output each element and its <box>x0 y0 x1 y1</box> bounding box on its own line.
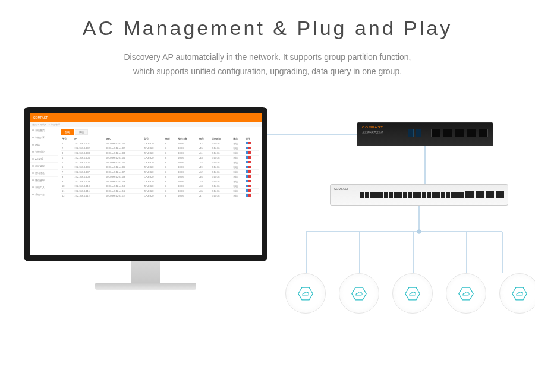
table-row[interactable]: 8192.168.0.10800:0e:e8:12:a1:08CF-E32061… <box>61 175 259 179</box>
sidebar-item[interactable]: 认证管理 <box>30 163 58 170</box>
delete-icon[interactable] <box>248 170 251 173</box>
delete-icon[interactable] <box>248 166 251 168</box>
edit-icon[interactable] <box>246 166 248 168</box>
svg-marker-11 <box>352 287 366 300</box>
sidebar-item[interactable]: 网络 <box>30 141 58 148</box>
sidebar-item-label: 系统日志 <box>35 193 45 196</box>
uplink-port-icon <box>476 191 484 198</box>
delete-icon[interactable] <box>248 161 251 163</box>
edit-icon[interactable] <box>246 142 248 144</box>
ethernet-port-icon <box>460 192 464 198</box>
edit-icon[interactable] <box>246 194 248 197</box>
table-row[interactable]: 3192.168.0.10300:0e:e8:12:a1:03CF-E32061… <box>61 151 259 156</box>
sidebar-item[interactable]: 营销推送 <box>30 170 58 177</box>
table-row[interactable]: 11192.168.0.11100:0e:e8:12:a1:11CF-E3206… <box>61 189 259 194</box>
ethernet-port-icon <box>446 192 450 198</box>
bullet-icon <box>32 194 34 195</box>
table-row[interactable]: 12192.168.0.11200:0e:e8:12:a1:12CF-E3206… <box>61 194 259 198</box>
tab[interactable]: 在线 <box>61 129 74 135</box>
sidebar-item-label: 系统工具 <box>35 186 45 189</box>
table-row[interactable]: 2192.168.0.10200:0e:e8:12:a1:02CF-E32061… <box>61 146 259 151</box>
bullet-icon <box>32 144 34 146</box>
table-row[interactable]: 10192.168.0.11000:0e:e8:12:a1:10CF-E3206… <box>61 184 259 189</box>
delete-icon[interactable] <box>248 151 251 154</box>
app-brand: COMFAST <box>33 116 48 119</box>
delete-icon[interactable] <box>248 194 251 197</box>
edit-icon[interactable] <box>246 170 248 173</box>
delete-icon[interactable] <box>248 156 251 159</box>
svg-marker-14 <box>512 287 527 300</box>
bullet-icon <box>32 151 34 153</box>
monitor-stand-base <box>95 283 196 290</box>
table-row[interactable]: 1192.168.0.10100:0e:e8:12:a1:01CF-E32061… <box>61 141 259 146</box>
switch-brand: COMFAST <box>334 187 348 191</box>
delete-icon[interactable] <box>248 189 251 192</box>
cloud-icon <box>458 287 474 301</box>
bullet-icon <box>32 165 34 167</box>
edit-icon[interactable] <box>246 161 248 163</box>
sidebar-item[interactable]: AC管理 <box>30 156 58 163</box>
access-point <box>446 273 486 314</box>
delete-icon[interactable] <box>248 175 251 178</box>
ethernet-port-icon <box>455 192 460 198</box>
column-header: 信道 <box>164 137 177 141</box>
ethernet-port-icon <box>360 192 364 198</box>
sidebar-item-label: 系统首页 <box>35 129 45 132</box>
table-row[interactable]: 6192.168.0.10600:0e:e8:12:a1:06CF-E32061… <box>61 165 259 170</box>
table-row[interactable]: 7192.168.0.10700:0e:e8:12:a1:07CF-E32061… <box>61 170 259 175</box>
ethernet-port-icon <box>403 192 407 198</box>
column-header: 状态 <box>232 137 244 141</box>
sidebar-item[interactable]: 系统日志 <box>30 191 58 198</box>
sidebar: 系统首页智能设置网络智能流控AC管理认证管理营销推送微信管理系统工具系统日志 <box>30 127 58 255</box>
page-subtitle: Discovery AP automatcially in the networ… <box>0 50 535 79</box>
router-label: 企业级以太网交换机 <box>362 131 383 134</box>
edit-icon[interactable] <box>246 156 248 159</box>
bullet-icon <box>32 186 34 188</box>
delete-icon[interactable] <box>248 142 251 144</box>
access-point <box>499 273 535 314</box>
monitor-screen: COMFAST 首页 > 无线AC > 分组管理 系统首页智能设置网络智能流控A… <box>30 113 262 255</box>
edit-icon[interactable] <box>246 185 248 187</box>
column-header: MAC <box>105 137 143 141</box>
switch-uplink-ports <box>465 191 504 198</box>
router-port-icon <box>408 129 414 137</box>
sidebar-item[interactable]: 智能设置 <box>30 134 58 141</box>
table-row[interactable]: 9192.168.0.10900:0e:e8:12:a1:09CF-E32061… <box>61 179 259 184</box>
edit-icon[interactable] <box>246 189 248 192</box>
table-row[interactable]: 5192.168.0.10500:0e:e8:12:a1:05CF-E32061… <box>61 160 259 165</box>
ap-table: 序号IPMAC型号信道发射功率信号运行时间状态操作1192.168.0.1010… <box>61 137 259 198</box>
sidebar-item-label: 营销推送 <box>35 172 45 175</box>
switch-device: COMFAST <box>330 184 508 206</box>
monitor-bezel: COMFAST 首页 > 无线AC > 分组管理 系统首页智能设置网络智能流控A… <box>24 107 268 261</box>
sidebar-item[interactable]: 微信管理 <box>30 177 58 184</box>
delete-icon[interactable] <box>248 147 251 149</box>
access-point <box>392 273 433 314</box>
svg-marker-13 <box>459 287 473 300</box>
edit-icon[interactable] <box>246 147 248 149</box>
ethernet-port-icon <box>441 192 445 198</box>
edit-icon[interactable] <box>246 180 248 182</box>
edit-icon[interactable] <box>246 175 248 178</box>
table-row[interactable]: 4192.168.0.10400:0e:e8:12:a1:04CF-E32061… <box>61 156 259 160</box>
ethernet-port-icon <box>436 192 440 198</box>
sidebar-item[interactable]: 系统工具 <box>30 184 58 191</box>
uplink-port-icon <box>496 191 504 198</box>
sidebar-item[interactable]: 系统首页 <box>30 127 58 134</box>
sidebar-item-label: AC管理 <box>35 157 43 160</box>
delete-icon[interactable] <box>248 185 251 187</box>
bullet-icon <box>32 179 34 181</box>
sidebar-item-label: 认证管理 <box>35 165 45 167</box>
sidebar-item[interactable]: 智能流控 <box>30 148 58 156</box>
ethernet-port-icon <box>467 129 476 137</box>
ethernet-port-icon <box>379 192 383 198</box>
delete-icon[interactable] <box>248 180 251 182</box>
bullet-icon <box>32 137 34 138</box>
ethernet-port-icon <box>427 192 431 198</box>
page-title: AC Management & Plug and Play <box>0 17 535 40</box>
edit-icon[interactable] <box>246 151 248 154</box>
tab[interactable]: 离线 <box>75 129 88 135</box>
router-ports <box>431 129 488 137</box>
tab-bar: 在线离线 <box>61 129 259 135</box>
access-point <box>285 273 326 314</box>
app-topbar: COMFAST <box>30 113 262 122</box>
